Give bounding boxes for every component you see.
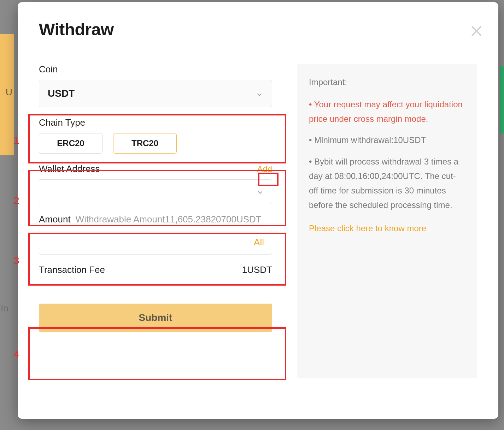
important-min-withdrawal: Minimum withdrawal:10USDT <box>309 133 465 148</box>
withdrawable-amount-text: Withdrawable Amount11,605.23820700USDT <box>76 214 262 225</box>
close-icon[interactable] <box>469 24 484 38</box>
important-warning: Your request may affect your liquidation… <box>309 97 465 126</box>
amount-label: Amount <box>39 214 71 225</box>
wallet-address-field: Wallet Address Add <box>39 163 279 204</box>
backdrop-green-strip <box>500 66 504 133</box>
transaction-fee-value: 1USDT <box>242 264 272 275</box>
add-wallet-link[interactable]: Add <box>257 164 272 174</box>
annotation-box-4 <box>28 327 286 380</box>
coin-label: Coin <box>39 64 58 75</box>
withdraw-modal: Withdraw Coin USDT Chain Type ERC20 <box>18 2 498 419</box>
backdrop-text-in: In <box>1 303 8 314</box>
chevron-down-icon <box>256 90 263 97</box>
submit-button[interactable]: Submit <box>39 304 272 332</box>
amount-all-button[interactable]: All <box>254 237 264 248</box>
important-schedule: Bybit will process withdrawal 3 times a … <box>309 155 465 212</box>
coin-field: Coin USDT <box>39 64 279 107</box>
chain-option-trc20[interactable]: TRC20 <box>113 133 177 154</box>
chain-option-erc20[interactable]: ERC20 <box>39 133 102 154</box>
coin-select[interactable]: USDT <box>39 80 272 107</box>
transaction-fee-label: Transaction Fee <box>39 264 105 275</box>
chain-type-label: Chain Type <box>39 117 85 128</box>
important-panel: Important: Your request may affect your … <box>297 64 477 378</box>
chevron-down-icon <box>256 188 264 196</box>
form-column: Coin USDT Chain Type ERC20 TRC20 <box>39 64 279 378</box>
know-more-link[interactable]: Please click here to know more <box>309 221 426 236</box>
modal-title: Withdraw <box>39 20 477 39</box>
amount-field: Amount Withdrawable Amount11,605.2382070… <box>39 214 279 255</box>
annotation-number-3: 3 <box>13 255 19 267</box>
chain-type-field: Chain Type ERC20 TRC20 <box>39 117 279 154</box>
backdrop-text-u: U <box>6 87 12 98</box>
annotation-number-4: 4 <box>13 348 19 360</box>
important-heading: Important: <box>309 75 465 90</box>
coin-selected-value: USDT <box>48 88 75 99</box>
wallet-address-select[interactable] <box>39 179 272 204</box>
wallet-address-label: Wallet Address <box>39 163 100 174</box>
amount-input[interactable]: All <box>39 230 272 255</box>
annotation-number-2: 2 <box>13 195 19 207</box>
annotation-number-1: 1 <box>13 135 19 147</box>
transaction-fee-row: Transaction Fee 1USDT <box>39 264 272 275</box>
